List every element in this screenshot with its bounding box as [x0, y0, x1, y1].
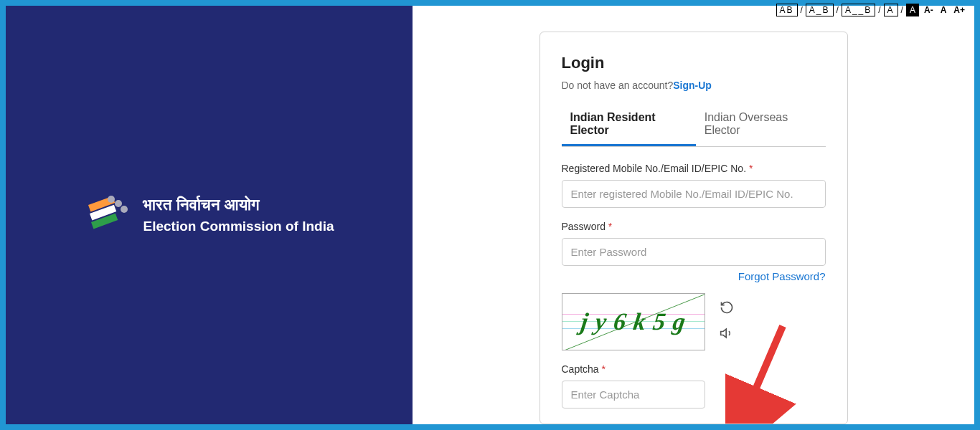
- content-panel: AB / A_B / A__B / A / A A- A A+ Login Do…: [413, 6, 974, 424]
- tab-resident-elector[interactable]: Indian Resident Elector: [562, 104, 696, 146]
- svg-point-3: [108, 196, 115, 203]
- font-normal[interactable]: A: [938, 5, 949, 15]
- tab-overseas-elector[interactable]: Indian Overseas Elector: [696, 104, 826, 146]
- login-title: Login: [562, 54, 826, 72]
- login-card: Login Do not have an account?Sign-Up Ind…: [540, 32, 848, 424]
- acc-option-a-inverted[interactable]: A: [906, 4, 919, 16]
- acc-sep: /: [878, 5, 880, 15]
- brand-english: Election Commission of India: [143, 219, 334, 234]
- captcha-text: j y 6 k 5 g: [579, 308, 687, 335]
- captcha-image: j y 6 k 5 g: [562, 293, 705, 350]
- acc-option-a[interactable]: A: [884, 4, 898, 16]
- acc-option-a-b[interactable]: A_B: [806, 4, 834, 16]
- svg-marker-7: [720, 329, 726, 338]
- acc-option-ab[interactable]: AB: [776, 4, 798, 16]
- signup-prompt: Do not have an account?Sign-Up: [562, 80, 826, 91]
- required-asterisk: *: [749, 163, 753, 174]
- no-account-text: Do not have an account?: [562, 80, 674, 91]
- required-asterisk: *: [602, 363, 606, 375]
- acc-sep: /: [901, 5, 903, 15]
- forgot-password-link[interactable]: Forgot Password?: [738, 270, 826, 282]
- font-increase[interactable]: A+: [951, 5, 967, 15]
- required-asterisk: *: [608, 221, 612, 232]
- identifier-input[interactable]: [562, 180, 826, 208]
- elector-tabs: Indian Resident Elector Indian Overseas …: [562, 104, 826, 147]
- password-input[interactable]: [562, 238, 826, 266]
- captcha-label: Captcha *: [562, 363, 826, 375]
- acc-option-a--b[interactable]: A__B: [842, 4, 875, 16]
- acc-sep: /: [801, 5, 803, 15]
- password-label: Password *: [562, 221, 826, 232]
- svg-point-4: [115, 200, 122, 207]
- identifier-label: Registered Mobile No./Email ID/EPIC No. …: [562, 163, 826, 174]
- acc-sep: /: [837, 5, 839, 15]
- audio-captcha-icon[interactable]: [720, 326, 734, 343]
- eci-logo-icon: [84, 192, 130, 238]
- captcha-input[interactable]: [562, 381, 705, 408]
- brand-hindi: भारत निर्वाचन आयोग: [143, 196, 334, 214]
- accessibility-bar: AB / A_B / A__B / A / A A- A A+: [413, 3, 974, 17]
- svg-point-5: [121, 206, 128, 213]
- font-decrease[interactable]: A-: [922, 5, 936, 15]
- branding-panel: भारत निर्वाचन आयोग Election Commission o…: [6, 6, 413, 424]
- signup-link[interactable]: Sign-Up: [673, 80, 712, 91]
- refresh-captcha-icon[interactable]: [720, 300, 734, 317]
